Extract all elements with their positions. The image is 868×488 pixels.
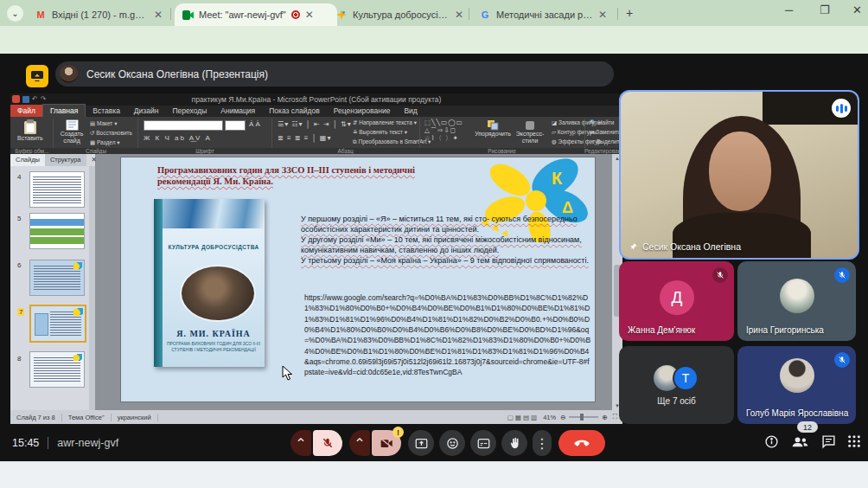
mic-toggle-button[interactable] [313, 430, 342, 456]
grow-font-icon[interactable]: А́ А̀ [249, 120, 260, 128]
slide-thumbnail-4[interactable] [29, 171, 85, 208]
activities-grid-icon[interactable] [847, 434, 861, 448]
undo-icon[interactable]: ↶ [32, 95, 38, 103]
panel-scrollbar[interactable] [89, 166, 95, 410]
new-tab-button[interactable]: + [626, 6, 633, 20]
tab-label: Meet: "awr-newj-gvf" [199, 10, 286, 20]
mic-options-chevron[interactable]: ⌃ [290, 430, 311, 456]
slide-thumbnail-6[interactable] [29, 260, 85, 296]
book-title: Я. МИ. КРАЇНА [163, 329, 265, 338]
close-window-button[interactable]: ✕ [852, 3, 862, 16]
font-name-select[interactable] [144, 120, 223, 131]
zoom-out-icon[interactable]: ⊖ [560, 414, 565, 421]
more-options-button[interactable]: ⋮ [533, 430, 552, 456]
close-tab-icon[interactable]: ✕ [305, 10, 314, 20]
panel-close-icon[interactable]: ✕ [86, 154, 102, 166]
meet-icon [182, 9, 194, 21]
participant-count-badge: 12 [797, 421, 818, 433]
minimize-button[interactable]: ─ [785, 3, 793, 16]
layout-button[interactable]: ▤ Макет ▾ [90, 120, 117, 127]
ppt-tab-transitions[interactable]: Переходы [165, 105, 214, 117]
meeting-details-icon[interactable] [764, 434, 779, 449]
ppt-tab-slideshow[interactable]: Показ слайдов [262, 105, 327, 117]
participant-tile-zhanna[interactable]: Д Жанна Дем'янюк [619, 261, 734, 341]
font-size-select[interactable] [225, 120, 246, 131]
present-button[interactable] [408, 430, 434, 456]
arrange-button[interactable]: Упорядочить [474, 120, 512, 138]
quick-styles-button[interactable]: Экспресс-стили [510, 120, 550, 144]
book-spine [154, 199, 163, 367]
zoom-level: 41% [539, 414, 560, 421]
presenter-avatar [60, 65, 78, 83]
zoom-slider[interactable] [569, 416, 598, 418]
close-tab-icon[interactable]: ✕ [154, 10, 163, 20]
more-participants-label: Ще 7 осіб [619, 396, 734, 406]
ppt-status-bar: Слайд 7 из 8 Тема Office" украинский ▢▦▤… [10, 410, 622, 424]
tab-separator [170, 8, 171, 20]
tab-kultura[interactable]: Культура добросусідства : Я. М ✕ [329, 3, 479, 26]
list-buttons[interactable]: ☰▾ ☷▾ │ ⇤ ⇥ │ ⇅▾ [278, 120, 352, 128]
slide-thumbnail-5[interactable] [29, 213, 85, 249]
browser-tab-strip: ⌄ M Вхідні (1 270) - m.golub@ippo ✕ Meet… [0, 0, 868, 26]
screen: ⌄ M Вхідні (1 270) - m.golub@ippo ✕ Meet… [0, 0, 868, 488]
slide-thumbnail-7[interactable] [29, 305, 86, 343]
tab-gmail[interactable]: M Вхідні (1 270) - m.golub@ippo ✕ [28, 3, 182, 26]
captions-button[interactable] [470, 430, 496, 456]
ppt-tab-file[interactable]: Файл [10, 105, 42, 117]
slide-paragraph: У другому розділі «Ми» – 10 тем, які при… [301, 235, 590, 256]
camera-toggle-button[interactable]: ! [372, 430, 401, 456]
ppt-title-text: практикум Я.Ми.Країна - Microsoft PowerP… [192, 95, 442, 104]
redo-icon[interactable]: ↷ [41, 95, 47, 103]
gmail-icon: M [35, 9, 47, 21]
save-icon[interactable] [22, 96, 29, 103]
status-language[interactable]: украинский [112, 414, 158, 421]
view-buttons[interactable]: ▢▦▤▥ [507, 414, 539, 421]
text-direction-button[interactable]: ⇵ Направление текста ▾ [353, 119, 417, 126]
slide-number: 4 [17, 173, 21, 181]
close-tab-icon[interactable]: ✕ [598, 10, 607, 20]
tab-search-icon[interactable]: ⌄ [7, 5, 23, 22]
avatar-photo [780, 358, 814, 393]
end-call-button[interactable] [558, 430, 605, 456]
panel-tab-outline[interactable]: Структура [45, 154, 86, 166]
participant-tile-others[interactable]: Т Ще 7 осіб [619, 346, 734, 424]
font-style-buttons[interactable]: Ж К Ч ab A͟V А [144, 134, 212, 142]
paste-button[interactable]: Вставить [17, 119, 43, 142]
avatar-initial: Т [673, 365, 699, 391]
participants-icon[interactable] [792, 434, 808, 449]
align-buttons[interactable]: ≣ ≡ ≣ ≡ │ ▦▾ [278, 134, 331, 142]
raise-hand-button[interactable] [501, 430, 527, 456]
new-slide-button[interactable]: Создать слайд [57, 119, 86, 144]
camera-options-chevron[interactable]: ⌃ [349, 430, 370, 456]
reactions-button[interactable] [439, 430, 465, 456]
ppt-tab-animation[interactable]: Анимация [214, 105, 262, 117]
section-button[interactable]: ▦ Раздел ▾ [90, 139, 120, 146]
slide-number: 8 [17, 355, 21, 363]
ppt-tab-review[interactable]: Рецензирование [327, 105, 398, 117]
slide-thumbnail-8[interactable] [29, 351, 85, 388]
speaker-body [673, 213, 811, 260]
participant-tile-holub[interactable]: Голуб Марія Ярославівна [737, 346, 856, 424]
book-subtitle: ПРОГРАМА ВИХОВНИХ ГОДИН ДЛЯ ЗСО ІІ-ІІІ С… [166, 341, 261, 353]
align-text-button[interactable]: ≞ Выровнять текст ▾ [353, 129, 407, 136]
ppt-tab-view[interactable]: Вид [397, 105, 424, 117]
participant-tile-iryna[interactable]: Ірина Григоринська [737, 261, 856, 341]
panel-tab-slides[interactable]: Слайды [10, 154, 45, 166]
meeting-time: 15:45 [12, 437, 39, 449]
slide-number-selected: 7 [17, 308, 24, 316]
restore-button[interactable]: ❐ [820, 3, 830, 16]
shapes-gallery[interactable]: ⬚╲╲▭◯▭△⌒⇨⇩◻☆⌇〈 〉✦ [424, 119, 463, 142]
restore-button[interactable]: ↺ Восстановить [90, 130, 132, 137]
participant-tile-main[interactable]: Сесик Оксана Олегівна [619, 90, 859, 260]
ppt-tab-design[interactable]: Дизайн [127, 105, 166, 117]
ppt-tab-home[interactable]: Главная [42, 104, 86, 117]
tab-metodychni[interactable]: G Методичні засади розвитку гр ✕ [472, 3, 629, 26]
close-tab-icon[interactable]: ✕ [455, 10, 463, 20]
tab-meet[interactable]: Meet: "awr-newj-gvf" ✕ [175, 3, 337, 26]
logo-letter-d: Δ [562, 199, 573, 216]
tab-label: Вхідні (1 270) - m.golub@ippo [52, 10, 149, 20]
ppt-tab-insert[interactable]: Вставка [86, 105, 127, 117]
find-button[interactable]: 🔍 Найти [590, 119, 614, 126]
speaker-face [709, 132, 771, 211]
chat-icon[interactable] [821, 434, 836, 449]
